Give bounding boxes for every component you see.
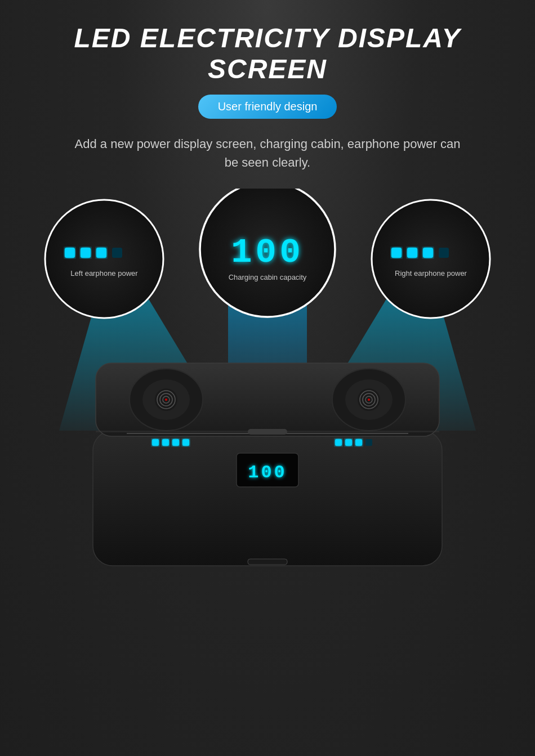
- right-dot-1: [391, 248, 402, 258]
- left-circle-label: Left earphone power: [70, 269, 138, 278]
- center-display-value: 100: [231, 232, 304, 272]
- main-title: LED ELECTRICITY DISPLAY SCREEN: [11, 23, 524, 84]
- body-led-left-1: [152, 439, 159, 446]
- subtitle-badge: User friendly design: [198, 95, 337, 119]
- body-led-right-2: [345, 439, 352, 446]
- right-dot-3: [423, 248, 433, 258]
- case-body: [93, 431, 442, 566]
- right-dot-2: [407, 248, 417, 258]
- right-circle-label: Right earphone power: [395, 269, 467, 278]
- body-led-left-3: [172, 439, 179, 446]
- right-red-dot: [368, 399, 370, 401]
- left-dot-4: [112, 248, 122, 258]
- center-circle-label: Charging cabin capacity: [229, 273, 307, 281]
- usb-port: [248, 559, 287, 565]
- body-led-right-3: [355, 439, 362, 446]
- body-led-right-4: [365, 439, 372, 446]
- product-scene: Left earphone power 100 Charging cabin c…: [14, 189, 521, 583]
- description-text: Add a new power display screen, charging…: [70, 135, 465, 172]
- body-led-left-4: [182, 439, 189, 446]
- left-dot-3: [96, 248, 106, 258]
- left-dot-1: [65, 248, 75, 258]
- body-led-right-1: [335, 439, 342, 446]
- right-dot-4: [439, 248, 449, 258]
- case-reflection: [96, 431, 439, 432]
- left-dot-2: [81, 248, 91, 258]
- right-circle: [372, 200, 490, 318]
- left-red-dot: [165, 399, 167, 401]
- left-circle: [45, 200, 163, 318]
- case-display-value: 100: [248, 462, 287, 483]
- body-led-left-2: [162, 439, 169, 446]
- page-wrapper: LED ELECTRICITY DISPLAY SCREEN User frie…: [0, 0, 535, 756]
